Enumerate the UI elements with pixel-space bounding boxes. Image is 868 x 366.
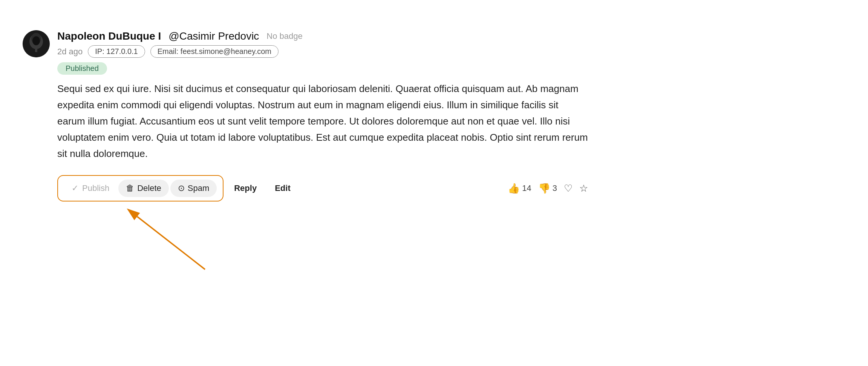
no-badge-label: No badge — [266, 31, 302, 41]
star-icon: ☆ — [579, 183, 588, 194]
comment-actions: ✓ Publish 🗑 Delete ⊙ Spam Reply Edit 👍 — [57, 175, 588, 201]
comment-body: Sequi sed ex qui iure. Nisi sit ducimus … — [57, 81, 588, 273]
actions-group-outlined: ✓ Publish 🗑 Delete ⊙ Spam — [57, 175, 224, 201]
reaction-group: 👍 14 👎 3 ♡ ☆ — [508, 183, 588, 194]
status-badge: Published — [57, 62, 107, 75]
publish-label: Publish — [82, 183, 109, 193]
publish-checkmark: ✓ — [72, 183, 78, 193]
timestamp: 2d ago — [57, 47, 83, 57]
delete-icon: 🗑 — [126, 183, 134, 193]
header-top: Napoleon DuBuque I @Casimir Predovic No … — [57, 30, 303, 42]
heart-reaction[interactable]: ♡ — [564, 183, 573, 194]
ip-badge: IP: 127.0.0.1 — [88, 45, 145, 58]
edit-button[interactable]: Edit — [267, 180, 298, 197]
svg-point-4 — [32, 36, 40, 45]
arrow-annotation — [92, 205, 588, 273]
svg-rect-3 — [35, 48, 37, 52]
svg-line-6 — [137, 217, 205, 269]
comment-card: Napoleon DuBuque I @Casimir Predovic No … — [23, 15, 588, 288]
spam-icon: ⊙ — [178, 183, 185, 193]
avatar — [23, 30, 50, 57]
thumbs-down-icon: 👎 — [538, 183, 550, 194]
thumbs-up-icon: 👍 — [508, 183, 520, 194]
delete-label: Delete — [137, 183, 161, 193]
comment-text: Sequi sed ex qui iure. Nisi sit ducimus … — [57, 81, 588, 161]
username: Napoleon DuBuque I — [57, 30, 161, 42]
spam-button[interactable]: ⊙ Spam — [170, 180, 217, 197]
delete-button[interactable]: 🗑 Delete — [118, 180, 169, 197]
spam-label: Spam — [188, 183, 209, 193]
email-badge: Email: feest.simone@heaney.com — [150, 45, 279, 58]
like-reaction[interactable]: 👍 14 — [508, 183, 531, 194]
comment-header: Napoleon DuBuque I @Casimir Predovic No … — [23, 30, 588, 75]
star-reaction[interactable]: ☆ — [579, 183, 588, 194]
dislike-reaction[interactable]: 👎 3 — [538, 183, 557, 194]
user-handle: @Casimir Predovic — [168, 30, 259, 42]
annotation-arrow — [92, 205, 280, 273]
reply-button[interactable]: Reply — [227, 180, 264, 197]
heart-icon: ♡ — [564, 183, 573, 194]
dislike-count: 3 — [553, 183, 557, 193]
publish-button[interactable]: ✓ Publish — [64, 180, 117, 197]
like-count: 14 — [522, 183, 531, 193]
header-info: Napoleon DuBuque I @Casimir Predovic No … — [57, 30, 303, 75]
header-meta: 2d ago IP: 127.0.0.1 Email: feest.simone… — [57, 45, 303, 58]
